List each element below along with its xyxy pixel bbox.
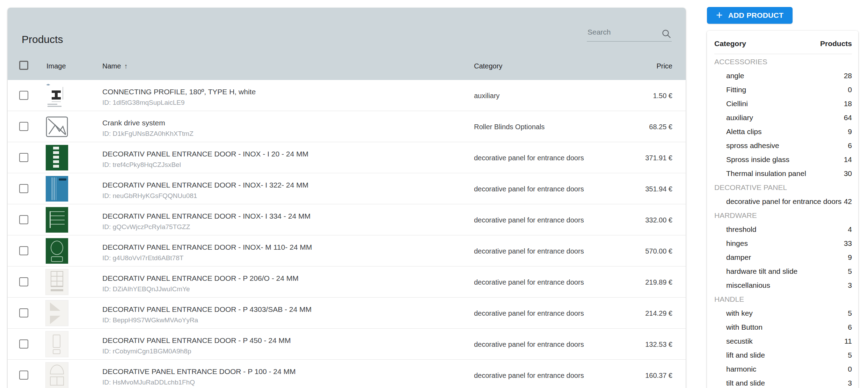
category-list-item[interactable]: with key 5 — [714, 306, 852, 320]
category-list-item[interactable]: threshold 4 — [714, 222, 852, 236]
category-list-item[interactable]: miscellanious 3 — [714, 278, 852, 292]
category-product-count: 64 — [844, 114, 852, 122]
row-checkbox[interactable] — [19, 371, 28, 380]
product-name-cell: DECORATIV PANEL ENTRANCE DOOR - INOX- M … — [102, 243, 312, 262]
row-checkbox[interactable] — [19, 339, 28, 349]
product-id: ID: tref4cPky8HqCZJsxBel — [102, 161, 308, 169]
category-list-item[interactable]: decorative panel for entrance doors 42 — [714, 195, 852, 208]
search-icon[interactable] — [661, 29, 672, 39]
search-input[interactable] — [587, 26, 672, 42]
row-checkbox[interactable] — [19, 277, 28, 286]
product-name: DECORATIV PANEL ENTRANCE DOOR - P 450 - … — [102, 336, 291, 345]
category-group-header: HANDLE — [714, 292, 852, 306]
category-label: hardware tilt and slide — [714, 267, 797, 276]
row-checkbox[interactable] — [19, 308, 28, 317]
product-category: decorative panel for entrance doors — [474, 185, 584, 193]
category-label: Spross inside glass — [714, 155, 789, 164]
table-row[interactable]: DECORATIVE PANEL ENTRANCE DOOR - P 100 -… — [8, 360, 686, 388]
category-label: angle — [714, 72, 744, 80]
column-header-name[interactable]: Name↑ — [102, 62, 127, 70]
table-row[interactable]: DECORATIV PANEL ENTRANCE DOOR - P 450 - … — [8, 329, 686, 360]
product-name: Crank drive system — [102, 119, 194, 127]
table-row[interactable]: DECORATIV PANEL ENTRANCE DOOR - INOX - I… — [8, 142, 686, 173]
category-label: miscellanious — [714, 281, 770, 290]
product-category: decorative panel for entrance doors — [474, 341, 584, 349]
table-header: Products Image Name↑ Category Price — [8, 8, 686, 80]
category-product-count: 30 — [844, 169, 852, 178]
row-checkbox[interactable] — [19, 215, 28, 224]
door-thumbnail — [46, 145, 68, 170]
category-label: Fitting — [714, 86, 746, 94]
category-list-item[interactable]: Spross inside glass 14 — [714, 153, 852, 167]
select-all-checkbox[interactable] — [19, 61, 28, 70]
category-label: hinges — [714, 239, 748, 248]
category-group-header: ACCESSORIES — [714, 55, 852, 69]
category-list-item[interactable]: Aletta clips 9 — [714, 125, 852, 139]
page: { "colors": { "table_header_bg": "#cdd6d… — [0, 0, 868, 388]
category-label: damper — [714, 253, 751, 262]
table-row[interactable]: CONNECTING PROFILE, 180º, TYPE H, white … — [8, 80, 686, 111]
category-label: Thermal insulation panel — [714, 169, 806, 178]
divider — [714, 54, 852, 54]
row-checkbox[interactable] — [19, 184, 28, 193]
table-row[interactable]: DECORATIV PANEL ENTRANCE DOOR - P 206/O … — [8, 266, 686, 298]
table-row[interactable]: DECORATIV PANEL ENTRANCE DOOR - INOX- M … — [8, 235, 686, 266]
column-header-image: Image — [46, 62, 66, 70]
product-name-cell: DECORATIV PANEL ENTRANCE DOOR - INOX- I … — [102, 212, 311, 231]
product-category: decorative panel for entrance doors — [474, 309, 584, 317]
product-name: DECORATIV PANEL ENTRANCE DOOR - INOX- M … — [102, 243, 312, 251]
product-name-cell: DECORATIVE PANEL ENTRANCE DOOR - P 100 -… — [102, 367, 296, 386]
category-list-item[interactable]: angle 28 — [714, 69, 852, 83]
category-list-item[interactable]: secustik 11 — [714, 334, 852, 348]
category-product-count: 9 — [848, 253, 852, 262]
category-list-item[interactable]: tilt and slide 3 — [714, 376, 852, 388]
category-list-item[interactable]: hardware tilt and slide 5 — [714, 264, 852, 278]
category-list-item[interactable]: harmonic 0 — [714, 362, 852, 376]
product-category: decorative panel for entrance doors — [474, 216, 584, 224]
table-row[interactable]: DECORATIV PANEL ENTRANCE DOOR - P 4303/S… — [8, 298, 686, 329]
category-label: tilt and slide — [714, 379, 765, 387]
row-checkbox[interactable] — [19, 122, 28, 131]
add-product-button[interactable]: + ADD PRODUCT — [707, 7, 793, 24]
product-name: DECORATIV PANEL ENTRANCE DOOR - P 4303/S… — [102, 305, 312, 314]
table-row[interactable]: DECORATIV PANEL ENTRANCE DOOR - INOX- I … — [8, 204, 686, 235]
product-category: Roller Blinds Optionals — [474, 123, 545, 131]
door-thumbnail — [46, 207, 68, 233]
product-image — [43, 238, 71, 264]
product-price: 219.89 € — [645, 278, 672, 286]
product-price: 351.94 € — [645, 185, 672, 193]
category-list-item[interactable]: auxiliary 64 — [714, 111, 852, 125]
category-list-item[interactable]: Thermal insulation panel 30 — [714, 167, 852, 181]
row-checkbox[interactable] — [19, 246, 28, 255]
column-header-price: Price — [656, 62, 672, 70]
category-list-item[interactable]: with Button 6 — [714, 320, 852, 334]
category-list-item[interactable]: Ciellini 18 — [714, 97, 852, 111]
row-checkbox[interactable] — [19, 91, 28, 100]
table-row[interactable]: Crank drive system ID: D1kFgUNsBZA0hKhXT… — [8, 111, 686, 142]
product-name-cell: DECORATIV PANEL ENTRANCE DOOR - P 206/O … — [102, 274, 299, 293]
products-table-card: Products Image Name↑ Category Price — [8, 8, 686, 388]
category-list-item[interactable]: spross adhesive 6 — [714, 139, 852, 153]
product-name: CONNECTING PROFILE, 180º, TYPE H, white — [102, 88, 256, 96]
product-id: ID: HsMvoMJuRaDDLchb1FhQ — [102, 379, 296, 386]
door-thumbnail — [46, 331, 68, 357]
category-list-item[interactable]: hinges 33 — [714, 236, 852, 250]
product-name-cell: Crank drive system ID: D1kFgUNsBZA0hKhXT… — [102, 119, 194, 138]
category-label: secustik — [714, 337, 753, 345]
row-checkbox[interactable] — [19, 153, 28, 162]
category-list-item[interactable]: Fitting 0 — [714, 83, 852, 97]
no-image-icon — [45, 116, 68, 138]
products-column-label: Products — [820, 39, 852, 48]
category-product-count: 3 — [848, 281, 852, 290]
table-row[interactable]: DECORATIV PANEL ENTRANCE DOOR - INOX- I … — [8, 173, 686, 204]
technical-drawing-icon — [43, 83, 71, 109]
search-box — [587, 26, 672, 42]
product-name: DECORATIV PANEL ENTRANCE DOOR - P 206/O … — [102, 274, 299, 283]
category-list-item[interactable]: lift and slide 5 — [714, 348, 852, 362]
add-product-label: ADD PRODUCT — [728, 11, 783, 20]
product-category: auxiliary — [474, 92, 499, 100]
category-product-count: 5 — [848, 267, 852, 276]
product-id: ID: 1dl5tG38mqSupLaicLE9 — [102, 99, 256, 107]
category-list-item[interactable]: damper 9 — [714, 250, 852, 264]
product-price: 570.00 € — [645, 247, 672, 255]
